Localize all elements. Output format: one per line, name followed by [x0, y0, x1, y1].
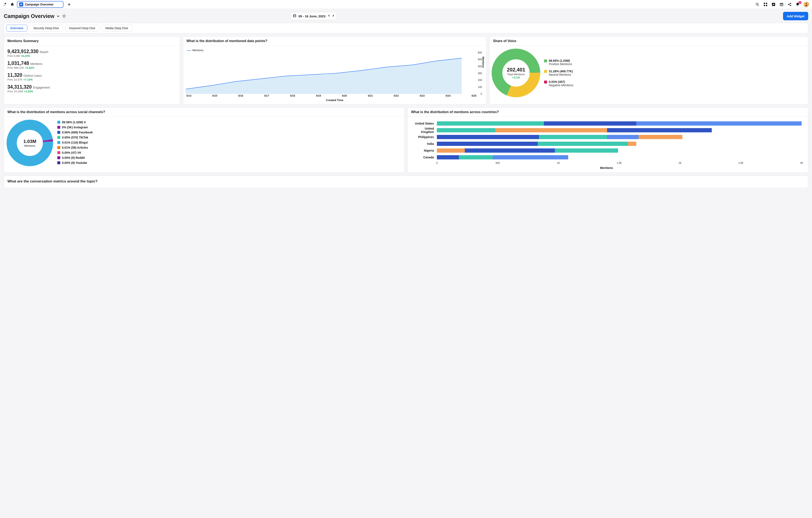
user-avatar[interactable]: [804, 2, 809, 7]
bar-segment: [493, 155, 568, 160]
share-icon[interactable]: [787, 2, 792, 6]
legend-label: Negative Mentions: [549, 84, 573, 87]
country-row: Nigeria: [411, 148, 802, 153]
legend-swatch: [57, 136, 60, 139]
page-title: Campaign Overview: [4, 13, 66, 19]
mentions-summary-title: Mentions Summary: [4, 36, 180, 46]
mentions-summary-body: 9,423,912,330Reach Prev 8,9M +5.23%1,031…: [4, 46, 180, 99]
legend-swatch: [57, 156, 60, 159]
calendar-icon[interactable]: 01: [779, 2, 784, 6]
apps-grid-icon[interactable]: [763, 2, 767, 6]
metric-delta: +4.22%: [25, 66, 34, 69]
country-row: United Kingdom: [411, 127, 802, 133]
legend-swatch: [544, 70, 547, 73]
legend-swatch: [57, 146, 60, 149]
metric-value: 34,311,320: [7, 84, 32, 90]
country-row: Philippines: [411, 134, 802, 140]
countries-xlabel: Mentions: [411, 166, 802, 170]
ytick-label: 300: [478, 72, 482, 75]
xtick-label: 6/14: [186, 94, 192, 97]
xtick-label: 1K: [557, 162, 560, 165]
legend-swatch: [57, 131, 60, 134]
bar-segment: [538, 142, 628, 146]
country-bar: [437, 142, 802, 146]
title-dropdown-icon[interactable]: [56, 14, 60, 18]
tab-media-deep-dive[interactable]: Media Deep Dive: [102, 25, 132, 31]
legend-item: 31.28% (469.77K)Neutral Mentions: [544, 69, 573, 76]
svg-rect-1: [764, 3, 765, 4]
search-icon[interactable]: [755, 2, 759, 6]
svg-rect-4: [766, 5, 767, 6]
summary-metric: 34,311,320Engagement Prev 33,20M +3.23%: [7, 84, 176, 93]
xtick-label: 500: [495, 162, 500, 165]
mentions-over-time-title: What is the distribution of mentioned da…: [183, 36, 486, 46]
legend-item: 0.00% (9) Youtube: [57, 161, 93, 165]
add-widget-button[interactable]: Add Widget: [783, 12, 808, 20]
svg-point-11: [790, 5, 791, 6]
tab-security-deep-dive[interactable]: Security Deep-Dive: [29, 25, 63, 31]
xtick-label: 3K: [800, 162, 803, 165]
line-chart-xaxis: 6/146/156/166/176/186/196/206/216/226/23…: [186, 94, 484, 97]
mentions-over-time-card: What is the distribution of mentioned da…: [183, 36, 487, 105]
ytick-label: 0: [481, 92, 482, 95]
bar-segment: [607, 135, 639, 139]
workspace-tab-label: Campaign Overview: [25, 3, 53, 6]
home-icon[interactable]: [10, 2, 14, 6]
xtick-label: 6/19: [316, 94, 321, 97]
tab-keyword-deep-dive[interactable]: Keyword Deep Dive: [65, 25, 99, 31]
country-label: United Kingdom: [411, 127, 434, 134]
date-range-picker[interactable]: 09 - 16 June, 2023: [291, 12, 337, 20]
bar-segment: [437, 142, 538, 146]
share-of-voice-card: Share of Voice 202,401 Total Mentions +3…: [489, 36, 808, 105]
sov-total-value: 202,401: [507, 67, 525, 73]
countries-card: What is the distribution of mentions acr…: [407, 107, 808, 173]
metric-prev: Prev 8,9M: [7, 54, 20, 58]
metric-delta: +5.23%: [21, 54, 30, 58]
bar-segment: [437, 155, 459, 160]
legend-swatch: [57, 161, 60, 164]
bar-segment: [495, 128, 607, 132]
country-bar: [437, 148, 802, 153]
metric-delta: +3.23%: [24, 90, 33, 93]
country-bar: [437, 155, 802, 160]
dashboard-tabs: Overview Security Deep-Dive Keyword Deep…: [4, 23, 808, 33]
xtick-label: 6/15: [212, 94, 217, 97]
compose-icon[interactable]: [772, 2, 776, 6]
legend-label: 0.05% (570) TikTok: [62, 136, 88, 139]
favorite-star-icon[interactable]: [62, 14, 66, 18]
channels-card: What is the distribution of mentions acr…: [4, 107, 405, 173]
share-of-voice-title: Share of Voice: [490, 36, 808, 46]
sov-change: +3.1%: [512, 76, 520, 79]
metric-value: 11,320: [7, 72, 22, 78]
summary-metric: 1,031,748Mentions Prev 988,22K +4.22%: [7, 60, 176, 69]
date-prev-icon[interactable]: [327, 14, 330, 18]
workspace-tab-active[interactable]: Campaign Overview: [17, 1, 63, 8]
legend-label: Positive Mentions: [549, 62, 572, 66]
add-tab-icon[interactable]: [67, 3, 71, 6]
ytick-label: 200: [478, 79, 482, 82]
ytick-label: 400: [478, 65, 482, 68]
svg-rect-2: [766, 3, 767, 4]
metric-label: Engagement: [33, 86, 50, 89]
presence-dot-icon: [807, 5, 809, 7]
page-header: Campaign Overview 09 - 16 June, 2023 Add…: [0, 9, 812, 20]
legend-item: 0.06% (606) Facebook: [57, 131, 93, 134]
sov-total-label: Total Mentions: [507, 73, 525, 76]
bar-segment: [636, 121, 802, 125]
countries-xaxis: 05001K1.5K2K2.5K3K: [437, 162, 802, 165]
ytick-label: 600: [478, 51, 482, 54]
notifications-icon[interactable]: 8: [795, 2, 800, 6]
legend-item: 0.01% (58) Articles: [57, 146, 93, 149]
xtick-label: 6/20: [342, 94, 347, 97]
metric-delta: +7.13%: [23, 78, 33, 81]
brand-logo-icon[interactable]: [3, 2, 8, 7]
tab-overview[interactable]: Overview: [6, 25, 27, 31]
svg-point-9: [788, 4, 789, 5]
country-label: United States: [411, 122, 434, 125]
date-next-icon[interactable]: [332, 14, 335, 18]
country-label: Canada: [411, 155, 434, 159]
xtick-label: 6/24: [446, 94, 451, 97]
legend-percent: 31.28% (469.77K): [549, 69, 573, 73]
share-of-voice-donut: 202,401 Total Mentions +3.1%: [492, 49, 540, 97]
legend-item: 68.69% (1.03M)Positive Mentions: [544, 59, 573, 66]
